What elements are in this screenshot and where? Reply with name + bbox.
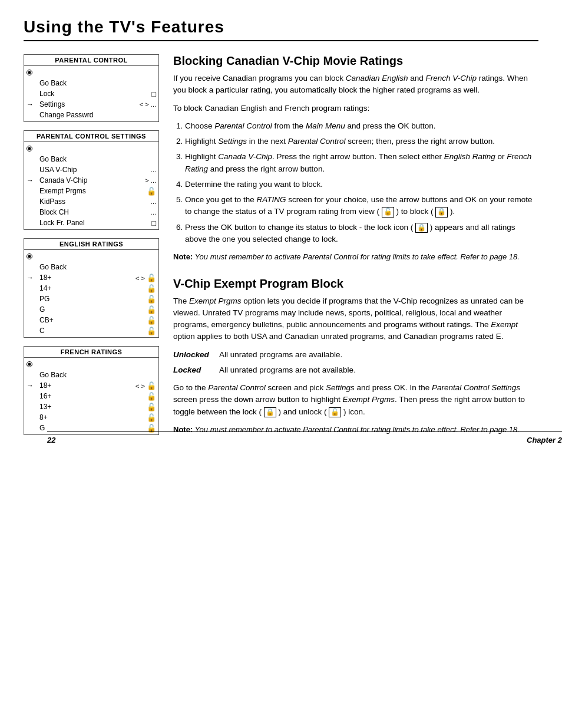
- menu-row: KidPass ...: [24, 196, 158, 207]
- page-title: Using the TV's Features: [24, 18, 538, 41]
- parental-control-settings-title: PARENTAL CONTROL SETTINGS: [24, 131, 158, 142]
- page-footer: 22 Chapter 2: [47, 431, 562, 444]
- menu-row: [24, 67, 158, 78]
- lock-open-icon: 🔓: [147, 393, 156, 400]
- menu-row: Exempt Prgms 🔓: [24, 186, 158, 196]
- menu-row: → Canada V-Chip > ...: [24, 175, 158, 186]
- menu-row: [24, 143, 158, 154]
- lock-open-icon: 🔓: [147, 382, 156, 390]
- unlock-icon-inline: 🔓: [329, 407, 341, 418]
- menu-row: G 🔓: [24, 304, 158, 315]
- list-item: Highlight Canada V-Chip. Press the right…: [185, 151, 538, 175]
- parental-control-title: PARENTAL CONTROL: [24, 55, 158, 66]
- english-ratings-title: ENGLISH RATINGS: [24, 239, 158, 250]
- menu-row: → 18+ < > 🔓: [24, 272, 158, 283]
- lock-icon: □: [151, 219, 156, 227]
- exempt-intro: The Exempt Prgms option lets you decide …: [173, 295, 538, 343]
- menu-row: → Settings < > ...: [24, 99, 158, 110]
- parental-control-menu: PARENTAL CONTROL Go Back Lock □: [24, 54, 159, 122]
- menu-row: Lock Fr. Panel □: [24, 218, 158, 228]
- menu-row: Go Back: [24, 78, 158, 88]
- lock-icon: □: [151, 90, 156, 98]
- unlocked-description: All unrated programs are available.: [219, 349, 342, 361]
- menu-row: Change Passwrd: [24, 110, 158, 120]
- list-item: Choose Parental Control from the Main Me…: [185, 120, 538, 132]
- menu-dot-indicator: [27, 146, 38, 151]
- menu-row: Go Back: [24, 154, 158, 164]
- list-item: Determine the rating you want to block.: [185, 179, 538, 190]
- blocking-note: Note: You must remember to activate Pare…: [173, 251, 538, 263]
- chapter-label: Chapter 2: [527, 436, 562, 444]
- english-ratings-menu: ENGLISH RATINGS Go Back → 18+: [24, 238, 159, 338]
- french-ratings-menu: FRENCH RATINGS Go Back → 18+: [24, 346, 159, 435]
- menu-row: 8+ 🔓: [24, 412, 158, 423]
- menu-row: [24, 359, 158, 370]
- lock-open-icon: 🔓: [147, 424, 156, 432]
- lock-open-icon: 🔓: [147, 285, 156, 292]
- french-ratings-title: FRENCH RATINGS: [24, 347, 158, 358]
- menu-row: 16+ 🔓: [24, 391, 158, 401]
- locked-description: All unrated programs are not available.: [219, 364, 356, 376]
- lock-open-icon: 🔓: [147, 403, 156, 411]
- right-column: Blocking Canadian V-Chip Movie Ratings I…: [173, 54, 538, 443]
- menu-row: C 🔓: [24, 325, 158, 336]
- blocking-subheading: To block Canadian English and French pro…: [173, 103, 538, 114]
- lock-open-icon: 🔓: [147, 317, 156, 324]
- menu-row: 14+ 🔓: [24, 283, 158, 294]
- menu-row: CB+ 🔓: [24, 315, 158, 325]
- list-item: Once you get to the RATING screen for yo…: [185, 194, 538, 218]
- menu-row: Go Back: [24, 370, 158, 380]
- unlocked-term: Unlocked: [173, 349, 214, 361]
- parental-control-settings-menu: PARENTAL CONTROL SETTINGS Go Back USA V-…: [24, 130, 159, 230]
- menu-row: Lock □: [24, 88, 158, 99]
- menu-row: 13+ 🔓: [24, 401, 158, 412]
- lock-open-icon: 🔓: [147, 295, 156, 303]
- lock-open-icon: 🔓: [147, 274, 156, 282]
- menu-row: USA V-Chip ...: [24, 164, 158, 175]
- menu-dot-indicator: [27, 253, 38, 259]
- block-icon: 🔒: [435, 207, 448, 218]
- blocking-steps-list: Choose Parental Control from the Main Me…: [185, 120, 538, 245]
- locked-term: Locked: [173, 364, 214, 376]
- menu-row: → 18+ < > 🔓: [24, 380, 158, 391]
- arrow-right-icon: →: [27, 100, 34, 108]
- arrow-right-icon: →: [27, 274, 34, 282]
- menu-dot-indicator: [27, 361, 38, 367]
- lock-open-icon: 🔓: [147, 414, 156, 421]
- arrow-right-icon: →: [27, 176, 34, 185]
- menu-row: PG 🔓: [24, 294, 158, 304]
- menu-dot-indicator: [27, 70, 38, 75]
- lock-open-icon: 🔓: [147, 306, 156, 314]
- menu-row: Block CH ...: [24, 207, 158, 218]
- view-icon: 🔓: [382, 207, 394, 218]
- blocking-intro: If you receive Canadian programs you can…: [173, 73, 538, 97]
- list-item: Highlight Settings in the next Parental …: [185, 136, 538, 147]
- menu-row: Go Back: [24, 262, 158, 272]
- unlocked-definition: Unlocked All unrated programs are availa…: [173, 349, 538, 361]
- exempt-section-heading: V-Chip Exempt Program Block: [173, 277, 538, 291]
- left-column: PARENTAL CONTROL Go Back Lock □: [24, 54, 159, 443]
- lock-open-icon: 🔓: [147, 327, 156, 335]
- lock-inline-icon: 🔒: [415, 223, 428, 233]
- lock-icon-inline: 🔒: [264, 407, 276, 418]
- lock-open-icon: 🔓: [147, 187, 156, 195]
- exempt-body2: Go to the Parental Control screen and pi…: [173, 382, 538, 418]
- menu-row: [24, 251, 158, 262]
- blocking-section-heading: Blocking Canadian V-Chip Movie Ratings: [173, 54, 538, 68]
- page-number: 22: [47, 436, 55, 444]
- list-item: Press the OK button to change its status…: [185, 222, 538, 246]
- locked-definition: Locked All unrated programs are not avai…: [173, 364, 538, 376]
- arrow-right-icon: →: [27, 381, 34, 390]
